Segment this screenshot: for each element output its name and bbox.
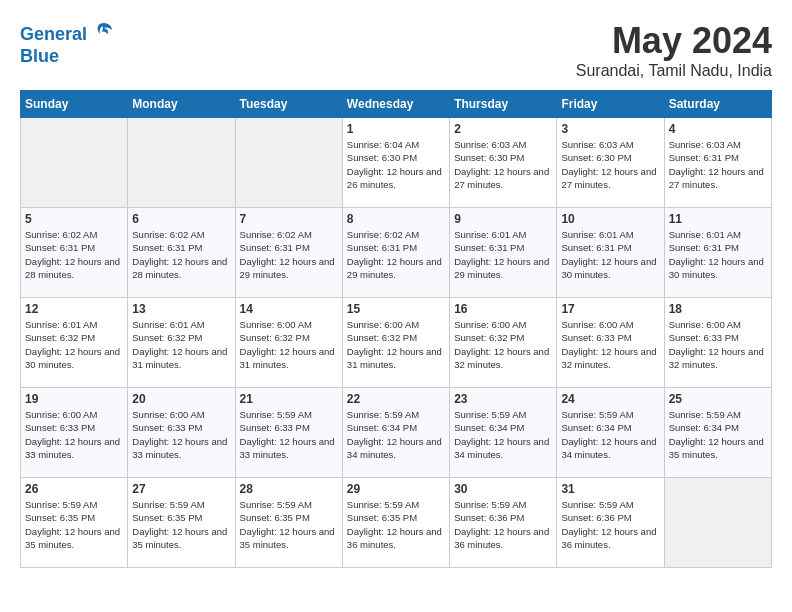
header-row: SundayMondayTuesdayWednesdayThursdayFrid… — [21, 91, 772, 118]
day-cell-28: 28 Sunrise: 5:59 AM Sunset: 6:35 PM Dayl… — [235, 478, 342, 568]
cell-info: Sunrise: 5:59 AM Sunset: 6:34 PM Dayligh… — [454, 408, 552, 461]
cell-info: Sunrise: 5:59 AM Sunset: 6:36 PM Dayligh… — [454, 498, 552, 551]
title-block: May 2024 Surandai, Tamil Nadu, India — [576, 20, 772, 80]
day-number: 31 — [561, 482, 659, 496]
day-number: 5 — [25, 212, 123, 226]
week-row-1: 1 Sunrise: 6:04 AM Sunset: 6:30 PM Dayli… — [21, 118, 772, 208]
weekday-header-friday: Friday — [557, 91, 664, 118]
cell-info: Sunrise: 6:02 AM Sunset: 6:31 PM Dayligh… — [347, 228, 445, 281]
cell-info: Sunrise: 5:59 AM Sunset: 6:36 PM Dayligh… — [561, 498, 659, 551]
cell-info: Sunrise: 6:03 AM Sunset: 6:30 PM Dayligh… — [454, 138, 552, 191]
cell-info: Sunrise: 5:59 AM Sunset: 6:34 PM Dayligh… — [669, 408, 767, 461]
empty-cell — [235, 118, 342, 208]
day-cell-13: 13 Sunrise: 6:01 AM Sunset: 6:32 PM Dayl… — [128, 298, 235, 388]
day-number: 18 — [669, 302, 767, 316]
day-number: 7 — [240, 212, 338, 226]
day-cell-11: 11 Sunrise: 6:01 AM Sunset: 6:31 PM Dayl… — [664, 208, 771, 298]
day-cell-19: 19 Sunrise: 6:00 AM Sunset: 6:33 PM Dayl… — [21, 388, 128, 478]
location: Surandai, Tamil Nadu, India — [576, 62, 772, 80]
day-number: 8 — [347, 212, 445, 226]
weekday-header-wednesday: Wednesday — [342, 91, 449, 118]
day-cell-25: 25 Sunrise: 5:59 AM Sunset: 6:34 PM Dayl… — [664, 388, 771, 478]
empty-cell — [128, 118, 235, 208]
day-cell-6: 6 Sunrise: 6:02 AM Sunset: 6:31 PM Dayli… — [128, 208, 235, 298]
day-cell-5: 5 Sunrise: 6:02 AM Sunset: 6:31 PM Dayli… — [21, 208, 128, 298]
cell-info: Sunrise: 6:01 AM Sunset: 6:31 PM Dayligh… — [561, 228, 659, 281]
day-number: 26 — [25, 482, 123, 496]
day-cell-21: 21 Sunrise: 5:59 AM Sunset: 6:33 PM Dayl… — [235, 388, 342, 478]
calendar-table: SundayMondayTuesdayWednesdayThursdayFrid… — [20, 90, 772, 568]
day-cell-31: 31 Sunrise: 5:59 AM Sunset: 6:36 PM Dayl… — [557, 478, 664, 568]
day-cell-9: 9 Sunrise: 6:01 AM Sunset: 6:31 PM Dayli… — [450, 208, 557, 298]
day-cell-26: 26 Sunrise: 5:59 AM Sunset: 6:35 PM Dayl… — [21, 478, 128, 568]
page-header: General Blue May 2024 Surandai, Tamil Na… — [20, 20, 772, 80]
logo-bird-icon — [94, 20, 114, 40]
day-cell-23: 23 Sunrise: 5:59 AM Sunset: 6:34 PM Dayl… — [450, 388, 557, 478]
day-cell-30: 30 Sunrise: 5:59 AM Sunset: 6:36 PM Dayl… — [450, 478, 557, 568]
empty-cell — [21, 118, 128, 208]
day-number: 14 — [240, 302, 338, 316]
cell-info: Sunrise: 6:02 AM Sunset: 6:31 PM Dayligh… — [25, 228, 123, 281]
cell-info: Sunrise: 6:00 AM Sunset: 6:33 PM Dayligh… — [132, 408, 230, 461]
cell-info: Sunrise: 5:59 AM Sunset: 6:35 PM Dayligh… — [240, 498, 338, 551]
empty-cell — [664, 478, 771, 568]
day-cell-20: 20 Sunrise: 6:00 AM Sunset: 6:33 PM Dayl… — [128, 388, 235, 478]
cell-info: Sunrise: 6:00 AM Sunset: 6:32 PM Dayligh… — [347, 318, 445, 371]
weekday-header-monday: Monday — [128, 91, 235, 118]
day-number: 27 — [132, 482, 230, 496]
day-cell-4: 4 Sunrise: 6:03 AM Sunset: 6:31 PM Dayli… — [664, 118, 771, 208]
day-cell-22: 22 Sunrise: 5:59 AM Sunset: 6:34 PM Dayl… — [342, 388, 449, 478]
week-row-3: 12 Sunrise: 6:01 AM Sunset: 6:32 PM Dayl… — [21, 298, 772, 388]
day-number: 13 — [132, 302, 230, 316]
day-cell-8: 8 Sunrise: 6:02 AM Sunset: 6:31 PM Dayli… — [342, 208, 449, 298]
cell-info: Sunrise: 6:03 AM Sunset: 6:31 PM Dayligh… — [669, 138, 767, 191]
day-number: 9 — [454, 212, 552, 226]
day-cell-18: 18 Sunrise: 6:00 AM Sunset: 6:33 PM Dayl… — [664, 298, 771, 388]
cell-info: Sunrise: 5:59 AM Sunset: 6:35 PM Dayligh… — [25, 498, 123, 551]
weekday-header-sunday: Sunday — [21, 91, 128, 118]
day-number: 1 — [347, 122, 445, 136]
day-cell-1: 1 Sunrise: 6:04 AM Sunset: 6:30 PM Dayli… — [342, 118, 449, 208]
cell-info: Sunrise: 5:59 AM Sunset: 6:35 PM Dayligh… — [132, 498, 230, 551]
day-cell-29: 29 Sunrise: 5:59 AM Sunset: 6:35 PM Dayl… — [342, 478, 449, 568]
day-number: 28 — [240, 482, 338, 496]
week-row-5: 26 Sunrise: 5:59 AM Sunset: 6:35 PM Dayl… — [21, 478, 772, 568]
day-number: 23 — [454, 392, 552, 406]
weekday-header-saturday: Saturday — [664, 91, 771, 118]
cell-info: Sunrise: 6:01 AM Sunset: 6:32 PM Dayligh… — [25, 318, 123, 371]
cell-info: Sunrise: 6:00 AM Sunset: 6:33 PM Dayligh… — [669, 318, 767, 371]
logo-blue: Blue — [20, 46, 59, 66]
weekday-header-tuesday: Tuesday — [235, 91, 342, 118]
day-number: 12 — [25, 302, 123, 316]
cell-info: Sunrise: 6:01 AM Sunset: 6:32 PM Dayligh… — [132, 318, 230, 371]
day-number: 16 — [454, 302, 552, 316]
day-number: 25 — [669, 392, 767, 406]
weekday-header-thursday: Thursday — [450, 91, 557, 118]
logo-general: General — [20, 24, 87, 44]
cell-info: Sunrise: 6:01 AM Sunset: 6:31 PM Dayligh… — [669, 228, 767, 281]
cell-info: Sunrise: 6:02 AM Sunset: 6:31 PM Dayligh… — [240, 228, 338, 281]
week-row-4: 19 Sunrise: 6:00 AM Sunset: 6:33 PM Dayl… — [21, 388, 772, 478]
day-number: 21 — [240, 392, 338, 406]
day-cell-3: 3 Sunrise: 6:03 AM Sunset: 6:30 PM Dayli… — [557, 118, 664, 208]
day-cell-27: 27 Sunrise: 5:59 AM Sunset: 6:35 PM Dayl… — [128, 478, 235, 568]
day-cell-12: 12 Sunrise: 6:01 AM Sunset: 6:32 PM Dayl… — [21, 298, 128, 388]
day-number: 6 — [132, 212, 230, 226]
cell-info: Sunrise: 5:59 AM Sunset: 6:34 PM Dayligh… — [561, 408, 659, 461]
day-number: 15 — [347, 302, 445, 316]
day-cell-7: 7 Sunrise: 6:02 AM Sunset: 6:31 PM Dayli… — [235, 208, 342, 298]
day-number: 17 — [561, 302, 659, 316]
day-cell-2: 2 Sunrise: 6:03 AM Sunset: 6:30 PM Dayli… — [450, 118, 557, 208]
cell-info: Sunrise: 5:59 AM Sunset: 6:33 PM Dayligh… — [240, 408, 338, 461]
day-number: 19 — [25, 392, 123, 406]
day-number: 24 — [561, 392, 659, 406]
week-row-2: 5 Sunrise: 6:02 AM Sunset: 6:31 PM Dayli… — [21, 208, 772, 298]
day-number: 4 — [669, 122, 767, 136]
day-cell-10: 10 Sunrise: 6:01 AM Sunset: 6:31 PM Dayl… — [557, 208, 664, 298]
day-number: 11 — [669, 212, 767, 226]
day-number: 20 — [132, 392, 230, 406]
cell-info: Sunrise: 6:00 AM Sunset: 6:32 PM Dayligh… — [240, 318, 338, 371]
logo: General Blue — [20, 20, 114, 67]
cell-info: Sunrise: 6:04 AM Sunset: 6:30 PM Dayligh… — [347, 138, 445, 191]
cell-info: Sunrise: 5:59 AM Sunset: 6:35 PM Dayligh… — [347, 498, 445, 551]
